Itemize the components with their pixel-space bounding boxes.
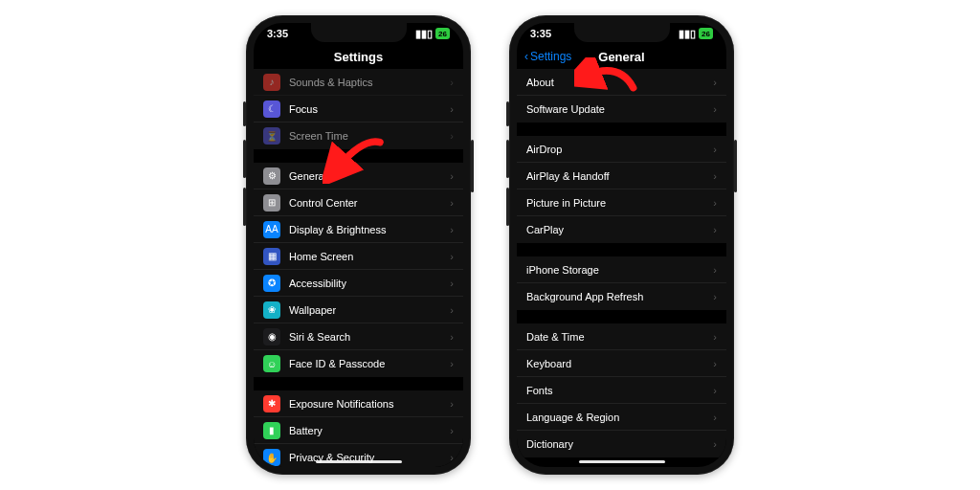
row-exposure[interactable]: ✱Exposure Notifications›	[254, 390, 463, 417]
general-icon: ⚙	[263, 167, 280, 185]
focus-icon: ☾	[263, 100, 280, 118]
screentime-icon: ⏳	[263, 127, 280, 145]
row-keyboard[interactable]: Keyboard›	[517, 350, 726, 377]
chevron-right-icon: ›	[713, 77, 717, 88]
row-faceid[interactable]: ☺Face ID & Passcode›	[254, 350, 463, 377]
chevron-right-icon: ›	[450, 398, 454, 410]
row-label: Screen Time	[289, 130, 450, 142]
chevron-right-icon: ›	[450, 331, 454, 343]
sounds-icon: ♪	[263, 74, 280, 91]
faceid-icon: ☺	[263, 355, 280, 372]
chevron-right-icon: ›	[713, 103, 717, 115]
phone-general: 3:35 ▮▮▯ 26 ‹ Settings General About›Sof…	[509, 15, 734, 475]
row-home[interactable]: ▦Home Screen›	[254, 243, 463, 270]
row-control[interactable]: ⊞Control Center›	[254, 189, 463, 216]
row-sounds[interactable]: ♪Sounds & Haptics›	[254, 69, 463, 96]
chevron-right-icon: ›	[450, 130, 454, 142]
chevron-right-icon: ›	[450, 251, 454, 262]
home-icon: ▦	[263, 248, 280, 265]
chevron-right-icon: ›	[450, 452, 454, 463]
chevron-right-icon: ›	[450, 278, 454, 289]
chevron-left-icon: ‹	[524, 50, 528, 63]
chevron-right-icon: ›	[450, 425, 454, 436]
wall-icon: ❀	[263, 301, 280, 319]
row-label: Face ID & Passcode	[289, 358, 450, 369]
status-time: 3:35	[530, 28, 551, 39]
row-carplay[interactable]: CarPlay›	[517, 216, 726, 243]
nav-bar: ‹ Settings General	[517, 44, 726, 69]
row-bgapp[interactable]: Background App Refresh›	[517, 283, 726, 310]
row-label: Language & Region	[526, 412, 713, 423]
row-label: Background App Refresh	[526, 291, 713, 302]
row-label: AirDrop	[526, 144, 713, 155]
row-storage[interactable]: iPhone Storage›	[517, 256, 726, 283]
status-time: 3:35	[267, 28, 288, 39]
row-lang[interactable]: Language & Region›	[517, 404, 726, 431]
chevron-right-icon: ›	[713, 144, 717, 155]
chevron-right-icon: ›	[450, 77, 454, 88]
row-airplay[interactable]: AirPlay & Handoff›	[517, 163, 726, 189]
access-icon: ✪	[263, 275, 280, 292]
notch	[311, 23, 407, 42]
chevron-right-icon: ›	[713, 331, 717, 343]
row-label: Software Update	[526, 103, 713, 115]
signal-icon: ▮▮▯	[415, 28, 433, 40]
row-label: AirPlay & Handoff	[526, 170, 713, 182]
chevron-right-icon: ›	[450, 304, 454, 316]
chevron-right-icon: ›	[450, 197, 454, 209]
back-button[interactable]: ‹ Settings	[524, 50, 571, 63]
row-label: Home Screen	[289, 251, 450, 262]
chevron-right-icon: ›	[713, 438, 717, 450]
row-privacy[interactable]: ✋Privacy & Security›	[254, 444, 463, 467]
row-datetime[interactable]: Date & Time›	[517, 323, 726, 350]
page-title: General	[598, 50, 644, 64]
row-about[interactable]: About›	[517, 69, 726, 96]
row-swupdate[interactable]: Software Update›	[517, 96, 726, 122]
display-icon: AA	[263, 221, 280, 238]
general-list: About›Software Update›AirDrop›AirPlay & …	[517, 69, 726, 457]
chevron-right-icon: ›	[450, 358, 454, 369]
chevron-right-icon: ›	[713, 197, 717, 209]
battery-indicator: 26	[435, 28, 450, 39]
row-general[interactable]: ⚙General›	[254, 163, 463, 189]
privacy-icon: ✋	[263, 449, 280, 466]
row-display[interactable]: AADisplay & Brightness›	[254, 216, 463, 243]
chevron-right-icon: ›	[713, 170, 717, 182]
chevron-right-icon: ›	[713, 224, 717, 235]
row-siri[interactable]: ◉Siri & Search›	[254, 323, 463, 350]
row-label: General	[289, 170, 450, 182]
home-indicator[interactable]	[316, 460, 402, 463]
back-label: Settings	[530, 50, 571, 63]
row-label: Display & Brightness	[289, 224, 450, 235]
nav-bar: Settings	[254, 44, 463, 69]
row-label: Accessibility	[289, 278, 450, 289]
chevron-right-icon: ›	[713, 412, 717, 423]
row-label: Control Center	[289, 197, 450, 209]
phone-settings: 3:35 ▮▮▯ 26 Settings ♪Sounds & Haptics›☾…	[246, 15, 471, 475]
row-label: Focus	[289, 103, 450, 115]
notch	[574, 23, 670, 42]
row-battery[interactable]: ▮Battery›	[254, 417, 463, 444]
row-label: CarPlay	[526, 224, 713, 235]
row-label: Picture in Picture	[526, 197, 713, 209]
chevron-right-icon: ›	[450, 224, 454, 235]
row-label: Keyboard	[526, 358, 713, 369]
row-pip[interactable]: Picture in Picture›	[517, 189, 726, 216]
row-focus[interactable]: ☾Focus›	[254, 96, 463, 122]
row-airdrop[interactable]: AirDrop›	[517, 136, 726, 163]
row-fonts[interactable]: Fonts›	[517, 377, 726, 404]
row-wall[interactable]: ❀Wallpaper›	[254, 297, 463, 323]
chevron-right-icon: ›	[450, 103, 454, 115]
row-access[interactable]: ✪Accessibility›	[254, 270, 463, 297]
row-dict[interactable]: Dictionary›	[517, 431, 726, 457]
row-label: iPhone Storage	[526, 264, 713, 276]
chevron-right-icon: ›	[713, 291, 717, 302]
settings-list: ♪Sounds & Haptics›☾Focus›⏳Screen Time›⚙G…	[254, 69, 463, 467]
page-title: Settings	[334, 50, 383, 64]
row-label: Siri & Search	[289, 331, 450, 343]
exposure-icon: ✱	[263, 395, 280, 412]
row-screentime[interactable]: ⏳Screen Time›	[254, 122, 463, 149]
control-icon: ⊞	[263, 194, 280, 212]
row-label: Dictionary	[526, 438, 713, 450]
home-indicator[interactable]	[579, 460, 665, 463]
